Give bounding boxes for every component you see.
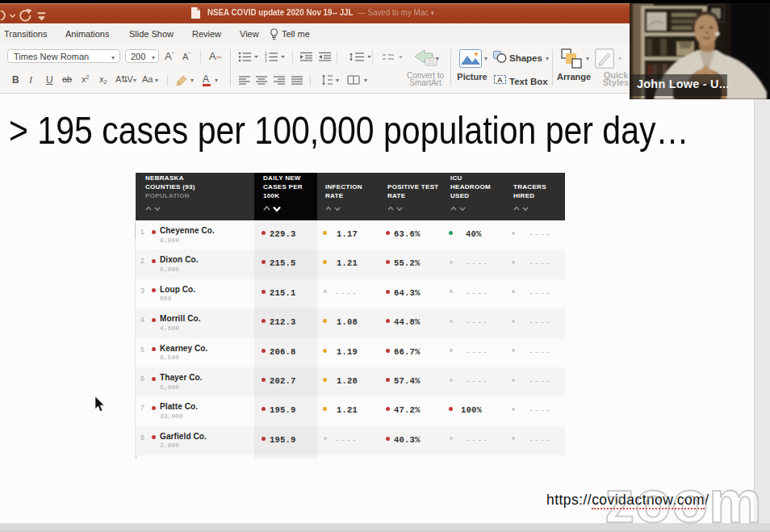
svg-text:A: A (497, 76, 503, 84)
svg-text:3: 3 (265, 59, 267, 62)
svg-text:zoom: zoom (605, 481, 762, 532)
